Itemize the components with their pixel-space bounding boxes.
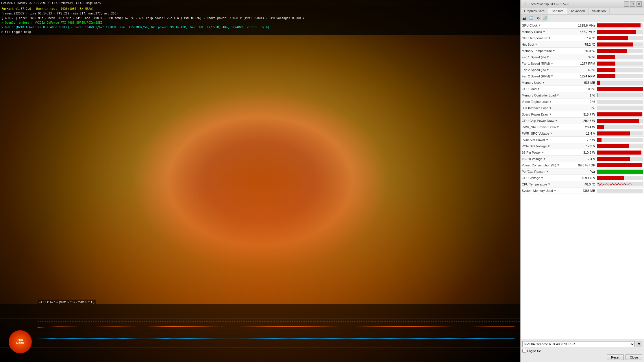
sensor-name: Board Power Draw▼: [522, 113, 571, 116]
sensor-bar-container: [597, 163, 643, 167]
sensor-value: 310.9 W: [571, 151, 597, 154]
link-button[interactable]: 🔗: [542, 15, 548, 21]
refresh-button[interactable]: 🔄: [528, 15, 534, 21]
sensor-bar-container: [597, 62, 643, 66]
sensor-bar-container: [597, 93, 643, 97]
sensor-bar-container: [597, 74, 643, 78]
settings-button[interactable]: ⚙: [535, 15, 541, 21]
sensor-bar: [597, 23, 641, 27]
close-panel-button[interactable]: Close: [626, 354, 642, 360]
sensor-dropdown-icon[interactable]: ▼: [546, 138, 549, 141]
sensor-row: Memory Temperature▼66.0 °C: [521, 48, 644, 54]
sensor-value: 99.6 % TDP: [571, 164, 597, 167]
sensor-dropdown-icon[interactable]: ▼: [543, 157, 546, 160]
sensor-name: PWR_SRC Voltage▼: [522, 132, 571, 135]
sensor-dropdown-icon[interactable]: ▼: [541, 176, 544, 179]
temp-label: GPU 1: 67° C (min: 50° C - max: 67° C): [38, 300, 96, 304]
sensor-dropdown-icon[interactable]: ▼: [541, 151, 544, 154]
sensor-value: 48.0 °C: [571, 183, 597, 186]
sensor-row: PCIe Slot Voltage▼12.3 V: [521, 143, 644, 149]
sensor-dropdown-icon[interactable]: ▼: [557, 164, 560, 167]
sensor-bar: [597, 125, 604, 129]
sensor-name: PCIe Slot Voltage▼: [522, 144, 571, 148]
log-to-file-checkbox[interactable]: [522, 349, 526, 353]
sensor-value: 1 %: [571, 94, 597, 97]
sensor-dropdown-icon[interactable]: ▼: [535, 43, 538, 46]
tab-advanced[interactable]: Advanced: [567, 8, 589, 14]
furmark-help: > F1: toggle help: [1, 30, 519, 34]
graph-area: FURMARK: [0, 304, 520, 362]
minimize-button[interactable]: ─: [624, 1, 629, 7]
sensor-row: GPU Load▼100 %: [521, 86, 644, 92]
sensor-name: PerfCap Reason▼: [522, 170, 571, 173]
camera-button[interactable]: 📷: [521, 15, 528, 21]
furmark-stats3: > OpenGL renderer: NVIDIA GeForce RTX 40…: [1, 21, 519, 25]
sensor-bar: [597, 49, 627, 53]
maximize-button[interactable]: □: [630, 1, 635, 7]
sensor-row: Fan 1 Speed (RPM)▼1277 RPM: [521, 60, 644, 67]
sensor-dropdown-icon[interactable]: ▼: [551, 75, 554, 78]
tab-graphics-card[interactable]: Graphics Card: [521, 8, 548, 14]
sensor-bar-container: [597, 176, 643, 180]
sensor-name: Memory Used▼: [522, 81, 571, 84]
sensor-name: Fan 2 Speed (RPM)▼: [522, 75, 571, 78]
sensor-bar: [597, 93, 597, 97]
sensor-bar-container: [597, 87, 643, 91]
sensor-value: 12.3 V: [571, 144, 597, 148]
sensor-bar-container: [597, 81, 643, 85]
sensor-dropdown-icon[interactable]: ▼: [546, 68, 549, 71]
sensor-name: 16-Pin Voltage▼: [522, 157, 571, 161]
sensor-row: PWR_SRC Voltage▼12.4 V: [521, 130, 644, 137]
reset-button[interactable]: Reset: [607, 354, 624, 360]
gpu-selector-dropdown-btn[interactable]: ▼: [636, 341, 642, 347]
sensor-bar-container: [597, 131, 643, 135]
furmark-info-overlay: FurMark v1.37.2.0 - Burn-in test, 1920x1…: [0, 6, 520, 35]
sensor-dropdown-icon[interactable]: ▼: [556, 125, 559, 129]
sensor-dropdown-icon[interactable]: ▼: [548, 36, 551, 40]
close-button[interactable]: ✕: [636, 1, 642, 7]
sensor-dropdown-icon[interactable]: ▼: [546, 55, 549, 59]
sensor-dropdown-icon[interactable]: ▼: [546, 170, 549, 173]
tab-sensors[interactable]: Sensors: [548, 8, 567, 14]
sensor-value: 78.2 °C: [571, 43, 597, 46]
sensor-dropdown-icon[interactable]: ▼: [549, 100, 552, 103]
tab-validation[interactable]: Validation: [589, 8, 610, 14]
sensor-row: Video Engine Load▼0 %: [521, 99, 644, 105]
gpu-selector-dropdown[interactable]: NVIDIA GeForce RTX 4080 SUPER: [522, 341, 635, 347]
sensor-bar-container: [597, 30, 643, 34]
sensor-value: 1437.7 MHz: [571, 30, 597, 34]
sensor-value: 40 %: [571, 68, 597, 72]
sensor-value: 67.4 °C: [571, 36, 597, 40]
sensor-value: Pwr: [571, 170, 597, 173]
sensor-dropdown-icon[interactable]: ▼: [549, 106, 552, 109]
sensor-bar-container: [597, 112, 643, 116]
sensor-dropdown-icon[interactable]: ▼: [556, 94, 559, 97]
sensor-value: 0 %: [571, 100, 597, 103]
sensor-dropdown-icon[interactable]: ▼: [554, 189, 556, 192]
sensor-dropdown-icon[interactable]: ▼: [543, 30, 545, 33]
sensor-value: 292.3 W: [571, 119, 597, 122]
sensor-row: GPU Chip Power Draw▼292.3 W: [521, 118, 644, 124]
sensor-bar: [597, 30, 636, 34]
sensor-bar: [597, 68, 615, 72]
sensor-dropdown-icon[interactable]: ▼: [550, 132, 553, 135]
sensor-dropdown-icon[interactable]: ▼: [555, 119, 558, 122]
sensor-bar-container: [597, 151, 643, 155]
sensor-name: CPU Temperature▼: [522, 183, 571, 186]
sensor-dropdown-icon[interactable]: ▼: [551, 62, 554, 65]
sensor-bar-container: [597, 23, 643, 27]
sensor-name: Fan 1 Speed (%)▼: [522, 55, 571, 59]
sensor-dropdown-icon[interactable]: ▼: [547, 144, 550, 148]
sensor-dropdown-icon[interactable]: ▼: [537, 87, 540, 90]
sensor-dropdown-icon[interactable]: ▼: [549, 113, 552, 116]
sensor-bar: [597, 36, 628, 40]
sensor-dropdown-icon[interactable]: ▼: [538, 24, 541, 27]
sensor-row: Fan 2 Speed (RPM)▼1274 RPM: [521, 73, 644, 79]
sensor-dropdown-icon[interactable]: ▼: [548, 183, 551, 186]
sensor-name: GPU Temperature▼: [522, 36, 571, 40]
sensor-value: 100 %: [571, 87, 597, 91]
sensor-dropdown-icon[interactable]: ▼: [552, 49, 555, 52]
sensor-dropdown-icon[interactable]: ▼: [542, 81, 545, 84]
sensor-name: System Memory Used▼: [522, 189, 571, 192]
sensor-bar-container: [597, 106, 643, 110]
